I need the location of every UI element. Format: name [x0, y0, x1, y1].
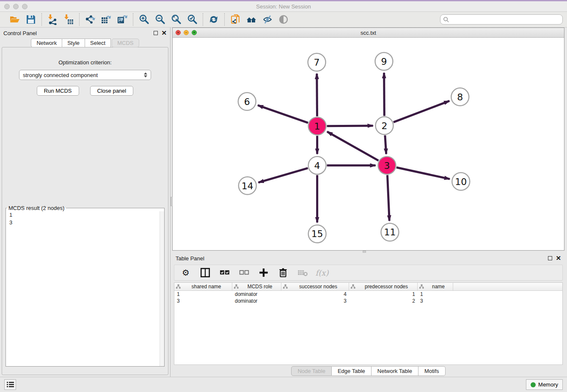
deselect-all-button[interactable]: [239, 267, 250, 278]
tab-mcds[interactable]: MCDS: [112, 39, 139, 47]
zoom-fit-button[interactable]: [170, 13, 182, 26]
tab-motifs[interactable]: Motifs: [418, 366, 446, 376]
graph-node-8[interactable]: 8: [451, 88, 469, 106]
mcds-result-scrollbar[interactable]: [160, 211, 164, 366]
clone-network-button[interactable]: [229, 13, 242, 26]
save-session-button[interactable]: [25, 13, 37, 26]
add-column-button[interactable]: [258, 267, 269, 278]
graph-node-4[interactable]: 4: [308, 157, 326, 174]
table-cell: 3: [418, 298, 453, 304]
horizontal-splitter[interactable]: [172, 251, 564, 253]
export-network-button[interactable]: [84, 13, 96, 26]
hierarchy-icon: [283, 284, 288, 289]
float-panel-icon[interactable]: [154, 31, 158, 35]
open-session-button[interactable]: [8, 13, 21, 26]
tab-edge-table[interactable]: Edge Table: [332, 366, 372, 376]
hierarchy-icon: [234, 284, 239, 289]
vertical-splitter[interactable]: [170, 28, 172, 377]
graph-edge-3-10[interactable]: [396, 168, 450, 179]
criterion-select[interactable]: strongly connected component: [19, 70, 151, 80]
tab-select[interactable]: Select: [85, 39, 111, 47]
search-field[interactable]: [440, 14, 563, 25]
memory-button[interactable]: Memory: [526, 379, 563, 390]
graph-edge-2-3[interactable]: [385, 135, 386, 154]
graph-node-7[interactable]: 7: [308, 53, 326, 71]
export-table-button[interactable]: [100, 13, 113, 26]
column-header-predecessor-nodes[interactable]: predecessor nodes: [349, 283, 418, 290]
table-toolbar: ⚙ f(x): [174, 265, 563, 281]
close-icon[interactable]: ✕: [556, 256, 561, 260]
graph-node-2[interactable]: 2: [375, 117, 393, 135]
mcds-result-item[interactable]: 1: [6, 211, 164, 219]
select-all-icon: [219, 267, 230, 278]
zoom-selected-button[interactable]: [186, 13, 198, 26]
tab-network-table[interactable]: Network Table: [372, 366, 418, 376]
graph-node-14[interactable]: 14: [239, 177, 256, 195]
graph-edge-2-9[interactable]: [384, 73, 385, 116]
graph-node-6[interactable]: 6: [238, 93, 256, 110]
svg-text:15: 15: [311, 229, 323, 239]
status-bar: Memory: [0, 377, 567, 392]
home-button[interactable]: [245, 13, 258, 26]
hierarchy-icon: [419, 284, 424, 289]
tab-network[interactable]: Network: [31, 39, 62, 47]
table-cell: 1: [418, 291, 453, 298]
settings-gear-button[interactable]: ⚙: [180, 267, 191, 278]
graph-node-15[interactable]: 15: [308, 225, 326, 243]
column-header-name[interactable]: name: [418, 283, 453, 290]
float-panel-icon[interactable]: [548, 256, 552, 260]
network-canvas[interactable]: 7968124314101511: [173, 38, 564, 250]
table-row[interactable]: 1dominator411: [174, 291, 562, 298]
svg-text:11: 11: [384, 227, 396, 237]
table-row[interactable]: 3dominator323: [174, 298, 562, 304]
delete-column-button[interactable]: [278, 267, 289, 278]
show-hide-button[interactable]: [277, 13, 290, 26]
svg-text:10: 10: [455, 177, 467, 187]
column-header-MCDS-role[interactable]: MCDS role: [232, 283, 281, 290]
select-all-button[interactable]: [219, 267, 230, 278]
column-header-successor-nodes[interactable]: successor nodes: [281, 283, 349, 290]
graph-node-1[interactable]: 1: [308, 117, 326, 135]
close-panel-icon[interactable]: ✕: [161, 31, 167, 35]
import-network-icon: [47, 14, 58, 25]
graph-edge-3-11[interactable]: [387, 175, 389, 221]
function-builder-button[interactable]: f(x): [317, 267, 328, 278]
style-preview-button[interactable]: [261, 13, 274, 26]
run-mcds-button[interactable]: Run MCDS: [37, 86, 79, 96]
import-table-button[interactable]: [62, 13, 75, 26]
split-columns-button[interactable]: [200, 267, 211, 278]
graph-node-11[interactable]: 11: [381, 224, 399, 241]
graph-node-9[interactable]: 9: [375, 52, 393, 70]
automation-panel-button[interactable]: [4, 379, 16, 390]
export-image-button[interactable]: [116, 13, 129, 26]
tab-node-table[interactable]: Node Table: [291, 366, 332, 376]
svg-text:7: 7: [314, 57, 320, 68]
mcds-result-list[interactable]: 13: [6, 211, 164, 366]
graph-edge-1-7[interactable]: [317, 74, 317, 116]
zoom-in-button[interactable]: [138, 13, 150, 26]
graph-edge-1-6[interactable]: [258, 105, 308, 123]
delete-table-icon: [297, 267, 308, 278]
import-network-button[interactable]: [46, 13, 59, 26]
splitter-grip[interactable]: [363, 251, 366, 253]
graph-edge-3-1[interactable]: [327, 132, 378, 160]
graph-edge-2-8[interactable]: [394, 101, 449, 122]
graph-edge-4-14[interactable]: [259, 168, 308, 182]
mcds-result-item[interactable]: 3: [6, 219, 164, 226]
refresh-button[interactable]: [207, 13, 220, 26]
tab-style[interactable]: Style: [62, 39, 85, 47]
svg-text:6: 6: [244, 97, 250, 107]
graph-node-10[interactable]: 10: [452, 173, 470, 190]
zoom-out-icon: [154, 14, 165, 25]
delete-table-button[interactable]: [297, 267, 308, 278]
graph-node-3[interactable]: 3: [378, 157, 396, 174]
search-input[interactable]: [449, 17, 560, 23]
graph-edge-1-2[interactable]: [327, 126, 373, 126]
column-header-shared-name[interactable]: shared name: [174, 283, 232, 290]
svg-text:1: 1: [314, 121, 320, 132]
zoom-out-button[interactable]: [154, 13, 166, 26]
table-cell: 3: [174, 298, 232, 304]
close-panel-button[interactable]: Close panel: [90, 86, 134, 96]
table-header-row: shared nameMCDS rolesuccessor nodesprede…: [174, 283, 562, 291]
table-cell: 1: [349, 291, 418, 298]
